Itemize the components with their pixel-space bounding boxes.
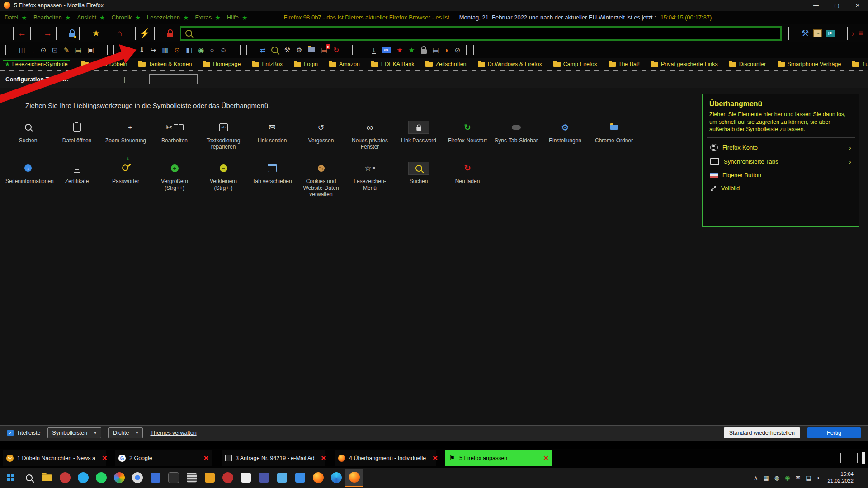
history-clock-icon[interactable] (41, 47, 47, 53)
drop-target-box[interactable] (79, 75, 88, 83)
tab-page-icon[interactable] (52, 47, 58, 53)
bookmark-folder[interactable]: Smartphone Verträge (778, 61, 841, 67)
firefox-icon[interactable] (309, 469, 327, 487)
search-bar[interactable] (180, 26, 781, 41)
start-icon[interactable] (2, 469, 20, 487)
zip-icon[interactable]: ZIP (813, 29, 822, 37)
tool-vergessen[interactable]: Vergessen (297, 121, 345, 150)
overflow-item-firefox-konto[interactable]: Firefox-Konto › (709, 141, 852, 155)
bookmark-folder[interactable]: FritzBox (252, 61, 283, 67)
taskbar-clock[interactable]: 15:04 21.02.2022 (827, 471, 854, 485)
done-button[interactable]: Fertig (807, 427, 861, 438)
store-app-icon[interactable] (201, 469, 219, 487)
close-button[interactable]: ✕ (847, 2, 868, 9)
edit-pencil-icon[interactable] (64, 47, 70, 53)
scroll-handle[interactable] (862, 452, 865, 464)
menu-hilfe[interactable]: Hilfe (227, 14, 239, 21)
manage-themes-link[interactable]: Themes verwalten (150, 430, 196, 436)
shield-lock-icon[interactable] (421, 49, 427, 54)
tab-close-icon[interactable]: ✕ (540, 454, 549, 462)
menu-chronik[interactable]: Chronik (112, 14, 132, 21)
window-icon[interactable] (88, 47, 94, 53)
blocked-icon[interactable] (455, 47, 461, 53)
teams-icon[interactable] (255, 469, 273, 487)
tool-cookies[interactable]: Cookies und Website-Daten verwalten (297, 162, 345, 197)
sync-icon[interactable] (260, 47, 266, 53)
gear-icon[interactable] (296, 47, 302, 53)
bookmark-flag-icon[interactable] (127, 47, 133, 53)
tool-datei-oeffnen[interactable]: Datei öffnen (52, 121, 101, 150)
mail-blue-icon[interactable] (291, 469, 309, 487)
overflow-item-synchronisierte-tabs[interactable]: Synchronisierte Tabs › (709, 155, 852, 169)
lock-icon[interactable] (167, 33, 173, 37)
chevron-right-icon[interactable] (852, 29, 854, 38)
tool-tab-verschieben[interactable]: Tab verschieben (248, 162, 297, 197)
empty-slot-box[interactable] (149, 74, 198, 84)
toolbars-dropdown[interactable]: Symbolleisten (47, 427, 101, 438)
studio-app-icon[interactable] (110, 469, 128, 487)
ip-icon[interactable]: IP (826, 30, 835, 37)
tool-bearbeiten[interactable]: Bearbeiten (150, 121, 199, 150)
media-app-icon[interactable] (56, 469, 74, 487)
bookmark-symbols[interactable]: Lesezeichen-Symbole (3, 60, 70, 68)
tool-sync-tab-sidebar[interactable]: Sync-Tab-Sidebar (492, 121, 541, 150)
taskbar-search-icon[interactable] (20, 469, 38, 487)
tab-close-icon[interactable]: ✕ (200, 454, 209, 462)
tools-icon[interactable] (284, 47, 290, 53)
contact-card-icon[interactable] (19, 47, 25, 53)
tool-seiteninformationen[interactable]: Seiteninformationen (4, 162, 52, 197)
library-icon[interactable] (162, 47, 168, 53)
megaphone-icon[interactable] (445, 47, 449, 53)
bookmark-folder[interactable]: Tanken & Kronen (138, 61, 192, 67)
doc-icon[interactable] (433, 47, 439, 53)
tray-shield-icon[interactable] (774, 474, 779, 481)
home-icon[interactable] (117, 29, 122, 38)
tray-mail-icon[interactable] (795, 474, 800, 481)
schedule-clock-icon[interactable] (175, 47, 180, 53)
tool-zoom-steuerung[interactable]: — + Zoom-Steuerung (101, 121, 150, 150)
bookmark-folder[interactable]: Homepage (203, 61, 241, 67)
sign-in-icon[interactable] (151, 47, 156, 53)
menu-datei[interactable]: Datei (5, 14, 18, 21)
forward-icon[interactable] (43, 29, 52, 38)
green-star-icon[interactable] (409, 47, 415, 53)
tray-keyboard-icon[interactable] (806, 474, 811, 481)
menu-ansicht[interactable]: Ansicht (77, 14, 96, 21)
browser-icon[interactable] (128, 469, 146, 487)
flag-badge-5-icon[interactable]: 5 (321, 47, 327, 53)
tab-close-icon[interactable]: ✕ (318, 454, 326, 462)
tab-2[interactable]: G 2 Google ✕ (115, 450, 212, 466)
checkbox-checked[interactable]: ✓ (7, 430, 14, 436)
bookmark-folder[interactable]: Camp Firefox (553, 61, 597, 67)
tool-vergroessern[interactable]: + Vergrößern (Strg++) (150, 162, 199, 197)
tool-lesezeichen-menue[interactable]: Lesezeichen-Menü (345, 162, 394, 197)
mail-app-icon[interactable] (146, 469, 165, 487)
edge-icon[interactable] (327, 469, 345, 487)
notes-icon[interactable] (75, 47, 81, 53)
bookmark-folder[interactable]: EDEKA Bank (371, 61, 415, 67)
bookmark-folder[interactable]: Discounter (729, 61, 766, 67)
overflow-item-vollbild[interactable]: Vollbild (709, 182, 852, 195)
tool-neu-laden[interactable]: Neu laden (443, 162, 492, 197)
back-icon[interactable] (18, 29, 26, 38)
tab-close-icon[interactable]: ✕ (99, 454, 108, 462)
globe-help-icon[interactable] (198, 47, 204, 53)
search-icon[interactable] (271, 47, 278, 53)
flame-icon[interactable] (140, 29, 151, 38)
star-icon[interactable] (92, 29, 100, 38)
bookmark-folder[interactable]: Dr.Windows & Firefox (478, 61, 542, 67)
chevron-up-icon[interactable] (754, 474, 758, 481)
photos-icon[interactable] (273, 469, 291, 487)
tab-5-active[interactable]: 5 Firefox anpassen ✕ (445, 450, 552, 466)
reload-red-icon[interactable] (334, 47, 340, 53)
bookmark-folder[interactable]: Privat gesicherte Links (651, 61, 718, 67)
person-icon[interactable] (220, 47, 227, 53)
red-star-icon[interactable] (397, 47, 403, 53)
tool-einstellungen[interactable]: Einstellungen (541, 121, 590, 150)
whatsapp-icon[interactable] (92, 469, 110, 487)
density-dropdown[interactable]: Dichte (108, 427, 143, 438)
bookmark-folder[interactable]: Amazon (329, 61, 360, 67)
tray-volume-icon[interactable] (817, 474, 821, 481)
globe-icon[interactable] (210, 47, 214, 53)
tool-passwoerter[interactable]: + Passwörter (101, 162, 150, 197)
